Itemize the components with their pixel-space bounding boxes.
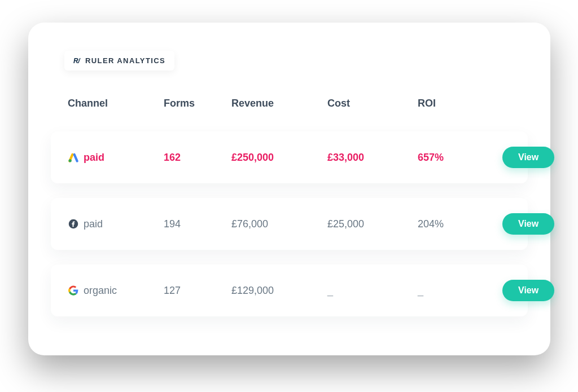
table-row: paid 162 £250,000 £33,000 657% View <box>51 131 528 183</box>
view-button[interactable]: View <box>502 147 554 168</box>
table-row: organic 127 £129,000 _ _ View <box>51 265 528 316</box>
cell-channel: paid <box>68 152 164 164</box>
header-cost: Cost <box>327 98 418 109</box>
cell-channel: organic <box>68 285 164 297</box>
analytics-card: R/ RULER ANALYTICS Channel Forms Revenue… <box>28 23 550 355</box>
cell-roi: _ <box>418 285 502 297</box>
cell-revenue: £250,000 <box>231 152 327 164</box>
view-button[interactable]: View <box>502 280 554 301</box>
channel-table: Channel Forms Revenue Cost ROI paid 162 <box>51 90 528 316</box>
cell-forms: 194 <box>164 218 231 230</box>
table-header: Channel Forms Revenue Cost ROI <box>51 90 528 117</box>
cell-action: View <box>502 213 554 235</box>
cell-revenue: £129,000 <box>231 285 327 297</box>
channel-label: organic <box>84 285 117 297</box>
channel-label: paid <box>84 218 103 230</box>
view-button[interactable]: View <box>502 213 554 235</box>
brand-name: RULER ANALYTICS <box>85 56 165 65</box>
svg-point-0 <box>69 159 72 162</box>
header-channel: Channel <box>68 98 164 109</box>
channel-label: paid <box>84 152 104 164</box>
cell-channel: paid <box>68 218 164 230</box>
cell-revenue: £76,000 <box>231 218 327 230</box>
header-forms: Forms <box>164 98 231 109</box>
brand-mark-icon: R/ <box>73 57 80 65</box>
google-icon <box>68 285 79 296</box>
google-ads-icon <box>68 152 79 163</box>
header-revenue: Revenue <box>231 98 327 109</box>
cell-action: View <box>502 280 554 301</box>
header-roi: ROI <box>418 98 502 109</box>
cell-forms: 127 <box>164 285 231 297</box>
cell-cost: £33,000 <box>327 152 418 164</box>
facebook-icon <box>68 218 79 230</box>
cell-cost: _ <box>327 285 418 297</box>
cell-action: View <box>502 147 554 168</box>
cell-forms: 162 <box>164 152 231 164</box>
brand-badge: R/ RULER ANALYTICS <box>64 51 174 71</box>
cell-cost: £25,000 <box>327 218 418 230</box>
cell-roi: 657% <box>418 152 502 164</box>
cell-roi: 204% <box>418 218 502 230</box>
table-row: paid 194 £76,000 £25,000 204% View <box>51 198 528 250</box>
